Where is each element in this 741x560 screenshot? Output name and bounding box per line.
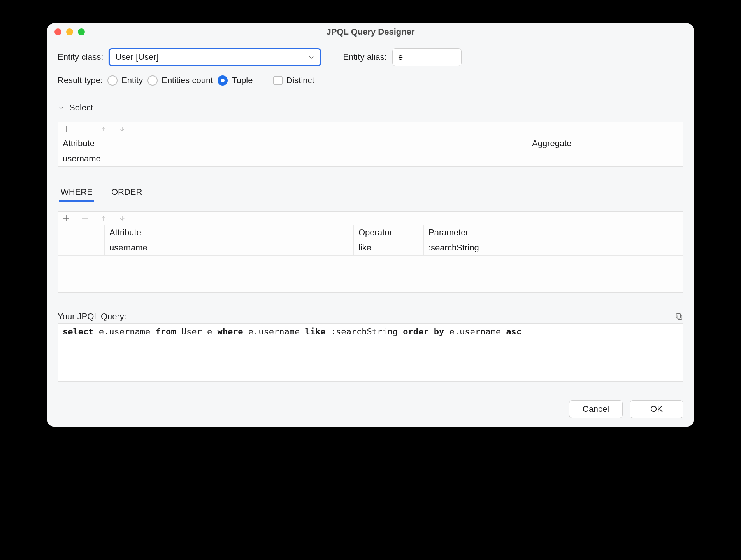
where-cell-parameter: :searchString: [424, 240, 683, 255]
result-type-tuple-label: Tuple: [232, 75, 253, 86]
select-toolbar: [58, 122, 683, 136]
where-toolbar: [58, 212, 683, 225]
copy-icon[interactable]: [675, 312, 683, 321]
radio-icon: [147, 75, 158, 86]
where-cell-attribute: username: [105, 240, 354, 255]
minimize-window-button[interactable]: [66, 28, 73, 35]
select-col-attribute: Attribute: [58, 136, 527, 151]
entity-alias-input[interactable]: [392, 48, 462, 66]
close-window-button[interactable]: [54, 28, 61, 35]
ok-button[interactable]: OK: [630, 400, 683, 418]
tab-where[interactable]: WHERE: [59, 184, 94, 202]
result-type-tuple-radio[interactable]: Tuple: [218, 75, 253, 86]
dialog-footer: Cancel OK: [58, 400, 683, 418]
select-section-title: Select: [69, 103, 93, 113]
where-col-parameter: Parameter: [424, 225, 683, 240]
remove-button[interactable]: [80, 213, 90, 223]
select-col-aggregate: Aggregate: [527, 136, 683, 151]
where-panel: Attribute Operator Parameter username li…: [58, 211, 683, 293]
add-button[interactable]: [61, 124, 71, 134]
where-cell-operator: like: [354, 240, 424, 255]
table-header-row: Attribute Aggregate: [58, 136, 683, 151]
radio-icon: [218, 75, 228, 86]
result-type-row: Result type: Entity Entities count Tuple…: [58, 75, 683, 86]
dialog-window: JPQL Query Designer Entity class: User […: [47, 23, 694, 427]
distinct-checkbox[interactable]: Distinct: [273, 75, 314, 86]
move-down-button[interactable]: [117, 213, 127, 223]
svg-rect-1: [676, 314, 681, 318]
select-cell-attribute: username: [58, 151, 527, 166]
entity-class-label: Entity class:: [58, 52, 103, 62]
tab-order[interactable]: ORDER: [110, 184, 144, 202]
result-type-entities-count-label: Entities count: [162, 75, 213, 86]
dialog-content: Entity class: User [User] Entity alias: …: [47, 40, 694, 427]
select-cell-aggregate: [527, 151, 683, 166]
where-order-tabs: WHERE ORDER: [58, 184, 683, 202]
query-label: Your JPQL Query:: [58, 312, 126, 322]
chevron-down-icon: [58, 105, 65, 110]
entity-class-select[interactable]: User [User]: [109, 48, 321, 66]
select-table: Attribute Aggregate username: [58, 136, 683, 166]
where-col-attribute: Attribute: [105, 225, 354, 240]
move-down-button[interactable]: [117, 124, 127, 134]
query-label-row: Your JPQL Query:: [58, 312, 683, 322]
radio-icon: [107, 75, 118, 86]
svg-rect-0: [678, 315, 682, 319]
move-up-button[interactable]: [98, 213, 109, 223]
entity-alias-label: Entity alias:: [343, 52, 387, 62]
where-cell-spacer: [58, 240, 105, 255]
entity-row: Entity class: User [User] Entity alias:: [58, 48, 683, 66]
where-col-operator: Operator: [354, 225, 424, 240]
select-section-header[interactable]: Select: [58, 103, 683, 113]
table-row[interactable]: username: [58, 151, 683, 166]
zoom-window-button[interactable]: [78, 28, 85, 35]
titlebar: JPQL Query Designer: [47, 23, 694, 40]
move-up-button[interactable]: [98, 124, 109, 134]
checkbox-icon: [273, 76, 283, 85]
where-table: Attribute Operator Parameter username li…: [58, 225, 683, 256]
result-type-label: Result type:: [58, 75, 103, 86]
traffic-lights: [54, 28, 85, 35]
cancel-button[interactable]: Cancel: [569, 400, 623, 418]
query-textarea[interactable]: select e.username from User e where e.us…: [58, 323, 683, 382]
distinct-label: Distinct: [286, 75, 314, 86]
result-type-entity-label: Entity: [121, 75, 143, 86]
entity-class-value: User [User]: [115, 52, 158, 62]
table-row[interactable]: username like :searchString: [58, 240, 683, 256]
remove-button[interactable]: [80, 124, 90, 134]
result-type-entity-radio[interactable]: Entity: [107, 75, 143, 86]
chevron-down-icon: [308, 54, 314, 60]
select-panel: Attribute Aggregate username: [58, 122, 683, 167]
divider: [102, 108, 683, 108]
result-type-entities-count-radio[interactable]: Entities count: [147, 75, 213, 86]
window-title: JPQL Query Designer: [47, 27, 694, 37]
add-button[interactable]: [61, 213, 71, 223]
table-header-row: Attribute Operator Parameter: [58, 225, 683, 240]
where-col-spacer: [58, 225, 105, 240]
